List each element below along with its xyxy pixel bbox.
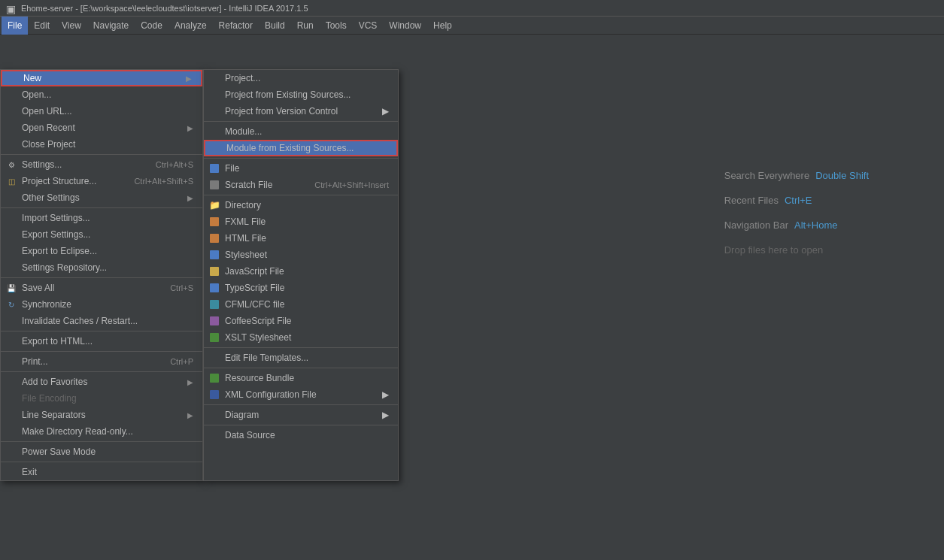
make-dir-readonly-label: Make Directory Read-only...: [22, 426, 133, 437]
submenu-item-coffeescript[interactable]: CoffeeScript File: [204, 313, 398, 329]
sync-icon: ↻: [5, 298, 17, 310]
menu-item-other-settings[interactable]: Other Settings ▶: [1, 189, 202, 206]
search-everywhere-key: Double Shift: [815, 170, 869, 181]
invalidate-caches-label: Invalidate Caches / Restart...: [22, 316, 138, 326]
sep-3: [1, 277, 202, 278]
module-existing-label: Module from Existing Sources...: [226, 143, 354, 153]
new-label: New: [23, 73, 41, 83]
menu-item-settings-repo[interactable]: Settings Repository...: [1, 259, 202, 276]
directory-icon: 📁: [208, 199, 220, 211]
stylesheet-label: Stylesheet: [225, 250, 267, 260]
line-separators-arrow: ▶: [187, 411, 193, 419]
coffeescript-label: CoffeeScript File: [225, 316, 291, 326]
submenu-item-module-existing[interactable]: Module from Existing Sources...: [204, 140, 398, 156]
submenu-item-project[interactable]: Project...: [204, 70, 398, 86]
menu-item-open[interactable]: Open...: [1, 86, 202, 103]
menu-item-export-eclipse[interactable]: Export to Eclipse...: [1, 243, 202, 259]
diagram-arrow: ▶: [382, 410, 389, 420]
scratch-file-icon: [208, 179, 220, 191]
xml-config-label: XML Configuration File: [225, 389, 317, 400]
menu-item-settings[interactable]: ⚙ Settings... Ctrl+Alt+S: [1, 156, 202, 173]
menu-item-export-html[interactable]: Export to HTML...: [1, 333, 202, 350]
app-icon: ▣: [6, 3, 17, 14]
submenu-item-scratch-file[interactable]: Scratch File Ctrl+Alt+Shift+Insert: [204, 177, 398, 193]
menu-view[interactable]: View: [56, 17, 87, 35]
exit-label: Exit: [22, 467, 37, 477]
settings-label: Settings...: [22, 159, 62, 170]
menu-build[interactable]: Build: [259, 17, 291, 35]
submenu-item-html[interactable]: HTML File: [204, 230, 398, 247]
xslt-icon: [208, 331, 220, 344]
sep-4: [1, 331, 202, 331]
submenu-item-diagram[interactable]: Diagram ▶: [204, 407, 398, 423]
menu-item-power-save[interactable]: Power Save Mode: [1, 443, 202, 460]
new-sep-3: [204, 195, 398, 195]
menu-file[interactable]: File: [2, 17, 28, 35]
menu-window[interactable]: Window: [383, 17, 427, 35]
drop-hint: Drop files here to open: [724, 244, 869, 256]
submenu-item-project-existing[interactable]: Project from Existing Sources...: [204, 86, 398, 103]
menu-navigate[interactable]: Navigate: [87, 17, 135, 35]
menu-code[interactable]: Code: [135, 17, 168, 35]
menu-item-project-structure[interactable]: ◫ Project Structure... Ctrl+Alt+Shift+S: [1, 173, 202, 189]
menu-item-invalidate-caches[interactable]: Invalidate Caches / Restart...: [1, 313, 202, 329]
submenu-item-edit-templates[interactable]: Edit File Templates...: [204, 350, 398, 366]
file-label: File: [225, 163, 239, 174]
line-separators-label: Line Separators: [22, 410, 86, 420]
menu-item-print[interactable]: Print... Ctrl+P: [1, 353, 202, 370]
menu-item-save-all[interactable]: 💾 Save All Ctrl+S: [1, 280, 202, 296]
menu-item-close-project[interactable]: Close Project: [1, 136, 202, 153]
submenu-item-directory[interactable]: 📁 Directory: [204, 197, 398, 213]
menu-tools[interactable]: Tools: [320, 17, 353, 35]
menu-item-new[interactable]: New ▶: [1, 70, 202, 86]
new-sep-1: [204, 121, 398, 122]
xslt-label: XSLT Stylesheet: [225, 332, 291, 343]
submenu-item-xml-config[interactable]: XML Configuration File ▶: [204, 386, 398, 403]
open-url-label: Open URL...: [22, 106, 72, 117]
project-vcs-label: Project from Version Control: [225, 106, 338, 117]
submenu-item-stylesheet[interactable]: Stylesheet: [204, 247, 398, 263]
submenu-item-file[interactable]: File: [204, 160, 398, 177]
cfml-label: CFML/CFC file: [225, 299, 284, 310]
menu-item-add-favorites[interactable]: Add to Favorites ▶: [1, 374, 202, 390]
xml-config-icon: [208, 389, 220, 401]
menu-item-synchronize[interactable]: ↻ Synchronize: [1, 296, 202, 313]
menu-item-export-settings[interactable]: Export Settings...: [1, 226, 202, 243]
submenu-item-xslt[interactable]: XSLT Stylesheet: [204, 329, 398, 346]
menu-analyze[interactable]: Analyze: [168, 17, 213, 35]
export-settings-label: Export Settings...: [22, 229, 90, 240]
open-recent-label: Open Recent: [22, 123, 75, 133]
submenu-item-typescript[interactable]: TypeScript File: [204, 280, 398, 296]
dropdown-container: New ▶ Open... Open URL... Open Recent ▶ …: [0, 69, 399, 481]
file-menu-dropdown: New ▶ Open... Open URL... Open Recent ▶ …: [0, 69, 203, 481]
submenu-item-module[interactable]: Module...: [204, 123, 398, 140]
menu-help[interactable]: Help: [427, 17, 458, 35]
submenu-item-javascript[interactable]: JavaScript File: [204, 263, 398, 280]
power-save-label: Power Save Mode: [22, 446, 96, 457]
menu-run[interactable]: Run: [291, 17, 320, 35]
menu-edit[interactable]: Edit: [28, 17, 56, 35]
module-label: Module...: [225, 126, 262, 137]
submenu-item-cfml[interactable]: CFML/CFC file: [204, 296, 398, 313]
file-icon: [208, 162, 220, 174]
submenu-item-data-source[interactable]: Data Source: [204, 427, 398, 443]
submenu-item-resource-bundle[interactable]: Resource Bundle: [204, 370, 398, 386]
typescript-icon: [208, 282, 220, 294]
menu-item-exit[interactable]: Exit: [1, 464, 202, 480]
project-existing-label: Project from Existing Sources...: [225, 89, 351, 100]
menu-item-make-dir-readonly[interactable]: Make Directory Read-only...: [1, 423, 202, 440]
menu-item-open-url[interactable]: Open URL...: [1, 103, 202, 120]
menu-item-open-recent[interactable]: Open Recent ▶: [1, 120, 202, 136]
stylesheet-icon: [208, 249, 220, 261]
menu-item-line-separators[interactable]: Line Separators ▶: [1, 407, 202, 423]
menu-refactor[interactable]: Refactor: [213, 17, 259, 35]
menu-vcs[interactable]: VCS: [353, 17, 384, 35]
edit-templates-label: Edit File Templates...: [225, 353, 308, 363]
new-submenu: Project... Project from Existing Sources…: [203, 69, 399, 481]
directory-label: Directory: [225, 200, 261, 210]
sep-6: [1, 371, 202, 372]
submenu-item-fxml[interactable]: FXML File: [204, 213, 398, 230]
menu-item-import-settings[interactable]: Import Settings...: [1, 210, 202, 226]
submenu-item-project-vcs[interactable]: Project from Version Control ▶: [204, 103, 398, 120]
menu-item-file-encoding: File Encoding: [1, 390, 202, 407]
